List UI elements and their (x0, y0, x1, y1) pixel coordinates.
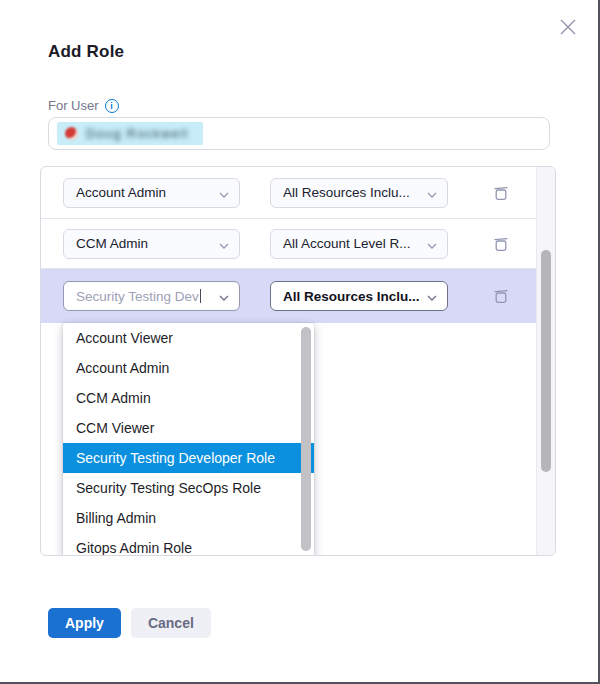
dropdown-option-selected[interactable]: Security Testing Developer Role (63, 443, 314, 473)
dropdown-option[interactable]: Account Viewer (63, 323, 314, 353)
dropdown-option[interactable]: CCM Viewer (63, 413, 314, 443)
list-scrollbar-thumb[interactable] (541, 250, 551, 472)
chevron-down-icon (421, 287, 437, 305)
role-select-3-combobox[interactable]: Security Testing Dev (63, 281, 240, 311)
role-select-1-value: Account Admin (76, 185, 166, 200)
add-role-modal: Add Role For User i Doug Rockwell Accoun… (0, 0, 600, 684)
role-row-1: Account Admin All Resources Inclu... (41, 167, 536, 219)
delete-row-icon[interactable] (492, 287, 510, 305)
user-chip[interactable]: Doug Rockwell (57, 122, 203, 145)
list-scrollbar-track[interactable] (536, 167, 555, 555)
role-rows-card: Account Admin All Resources Inclu... (40, 166, 556, 556)
scope-select-3[interactable]: All Resources Inclu... (270, 281, 448, 311)
role-select-2-value: CCM Admin (76, 236, 148, 251)
scope-select-3-value: All Resources Inclu... (283, 289, 420, 304)
scope-select-2[interactable]: All Account Level R... (270, 229, 448, 259)
role-row-2: CCM Admin All Account Level R... (41, 219, 536, 269)
dropdown-option[interactable]: Billing Admin (63, 503, 314, 533)
dropdown-option[interactable]: Gitops Admin Role (63, 533, 314, 556)
scope-select-1[interactable]: All Resources Inclu... (270, 178, 448, 208)
role-select-3-value: Security Testing Dev (76, 289, 199, 304)
chevron-down-icon (421, 184, 437, 202)
close-icon[interactable] (558, 17, 578, 37)
dropdown-option[interactable]: Security Testing SecOps Role (63, 473, 314, 503)
modal-title: Add Role (48, 42, 124, 62)
delete-row-icon[interactable] (492, 184, 510, 202)
user-field[interactable]: Doug Rockwell (48, 117, 550, 150)
for-user-label: For User i (48, 98, 119, 113)
apply-button[interactable]: Apply (48, 608, 121, 638)
dropdown-option[interactable]: Account Admin (63, 353, 314, 383)
modal-footer: Apply Cancel (48, 608, 211, 638)
text-caret (200, 289, 201, 303)
role-rows: Account Admin All Resources Inclu... (41, 167, 536, 323)
scope-select-2-value: All Account Level R... (283, 236, 411, 251)
delete-row-icon[interactable] (492, 235, 510, 253)
role-select-1[interactable]: Account Admin (63, 178, 240, 208)
dropdown-scrollbar-thumb[interactable] (301, 327, 311, 551)
scope-select-1-value: All Resources Inclu... (283, 185, 410, 200)
user-chip-name: Doug Rockwell (86, 127, 189, 141)
dropdown-option[interactable]: CCM Admin (63, 383, 314, 413)
info-icon[interactable]: i (105, 99, 119, 113)
role-options-dropdown: Account Viewer Account Admin CCM Admin C… (63, 323, 314, 556)
role-select-2[interactable]: CCM Admin (63, 229, 240, 259)
chevron-down-icon (213, 287, 229, 305)
chevron-down-icon (213, 235, 229, 253)
for-user-text: For User (48, 98, 99, 113)
cancel-button[interactable]: Cancel (131, 608, 211, 638)
chevron-down-icon (421, 235, 437, 253)
chevron-down-icon (213, 184, 229, 202)
role-row-3-active: Security Testing Dev All Resources Inclu… (41, 269, 536, 323)
user-avatar (65, 127, 78, 140)
